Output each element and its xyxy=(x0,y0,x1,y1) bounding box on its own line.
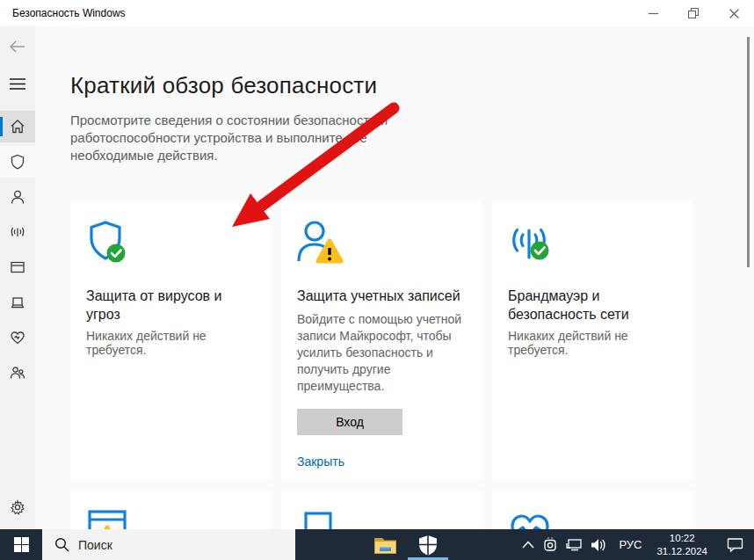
virus-protection-shield-icon xyxy=(86,219,132,266)
restore-icon xyxy=(688,8,699,18)
firewall-wireless-icon xyxy=(10,224,25,240)
sidebar-item-app-browser-control[interactable] xyxy=(0,251,35,283)
taskbar-search-box[interactable] xyxy=(42,529,295,560)
menu-button[interactable] xyxy=(0,72,35,95)
scrollbar-thumb[interactable] xyxy=(747,37,750,267)
app-browser-control-icon xyxy=(86,508,134,529)
window-title: Безопасность Windows xyxy=(0,7,633,19)
device-health-card[interactable] xyxy=(492,491,692,529)
windows-start-icon xyxy=(14,537,29,552)
home-icon xyxy=(10,119,25,135)
main-content: Краткий обзор безопасности Просмотрите с… xyxy=(35,26,754,529)
windows-security-icon xyxy=(418,535,438,556)
ok-check-badge xyxy=(107,244,126,262)
sidebar-item-device-security[interactable] xyxy=(0,287,35,318)
sidebar xyxy=(0,26,35,529)
clock[interactable]: 10:22 31.12.2024 xyxy=(649,532,714,558)
tray-show-hidden-icons[interactable] xyxy=(518,529,539,560)
virus-protection-card[interactable]: Защита от вирусов и угроз Никаких действ… xyxy=(70,201,271,480)
back-arrow-icon xyxy=(10,40,25,53)
close-icon xyxy=(729,9,739,18)
device-security-laptop-icon xyxy=(297,508,344,529)
device-laptop-icon xyxy=(10,295,25,310)
sidebar-item-home[interactable] xyxy=(0,111,35,142)
security-cards-grid: Защита от вирусов и угроз Никаких действ… xyxy=(70,201,754,529)
family-icon xyxy=(10,365,25,381)
minimize-button[interactable] xyxy=(633,0,673,26)
card-title: Защита учетных записей xyxy=(297,287,466,306)
back-button[interactable] xyxy=(0,35,35,58)
hamburger-menu-icon xyxy=(10,78,25,90)
sign-in-button[interactable]: Вход xyxy=(297,409,402,435)
windows-security-window: Безопасность Windows xyxy=(0,0,754,529)
page-description: Просмотрите сведения о состоянии безопас… xyxy=(70,112,424,164)
tray-date: 31.12.2024 xyxy=(656,545,707,558)
action-center-icon xyxy=(727,537,743,552)
taskbar: РУС 10:22 31.12.2024 xyxy=(0,529,754,560)
taskbar-windows-security[interactable] xyxy=(407,529,449,560)
restore-button[interactable] xyxy=(673,0,714,26)
settings-gear-icon xyxy=(10,499,25,515)
action-center-button[interactable] xyxy=(714,529,754,560)
warning-triangle-badge xyxy=(318,241,341,261)
device-security-card[interactable] xyxy=(281,491,482,529)
firewall-card[interactable]: Брандмауэр и безопасность сети Никаких д… xyxy=(492,201,692,480)
sidebar-item-account-protection[interactable] xyxy=(0,181,35,213)
sidebar-item-firewall[interactable] xyxy=(0,216,35,248)
search-icon xyxy=(54,537,69,552)
card-status: Никаких действий не требуется. xyxy=(508,329,677,357)
close-button[interactable] xyxy=(714,0,754,26)
search-input[interactable] xyxy=(78,538,254,552)
volume-icon xyxy=(591,538,606,552)
account-protection-card[interactable]: Защита учетных записей Войдите с помощью… xyxy=(281,201,482,480)
card-title: Защита от вирусов и угроз xyxy=(86,287,255,324)
taskbar-file-explorer[interactable] xyxy=(365,529,407,560)
ok-check-badge xyxy=(531,241,549,259)
chevron-up-icon xyxy=(522,541,534,549)
card-status: Никаких действий не требуется. xyxy=(86,329,255,357)
system-tray: РУС 10:22 31.12.2024 xyxy=(518,529,754,560)
card-description: Войдите с помощью учетной записи Майкрос… xyxy=(297,311,466,395)
tray-network[interactable] xyxy=(562,529,586,560)
minimize-icon xyxy=(649,9,658,18)
sidebar-item-family-options[interactable] xyxy=(0,357,35,389)
tablet-device-icon xyxy=(543,537,557,552)
sidebar-item-virus-protection[interactable] xyxy=(0,146,35,178)
start-button[interactable] xyxy=(0,529,42,560)
card-title: Брандмауэр и безопасность сети xyxy=(508,287,677,324)
dismiss-link[interactable]: Закрыть xyxy=(297,455,344,469)
settings-button[interactable] xyxy=(0,496,35,519)
device-health-heart-icon xyxy=(508,508,555,529)
sidebar-item-device-health[interactable] xyxy=(0,322,35,353)
app-browser-icon xyxy=(10,259,25,275)
window-controls xyxy=(633,0,754,26)
sidebar-nav xyxy=(0,111,35,392)
titlebar: Безопасность Windows xyxy=(0,0,754,26)
tray-tablet-device[interactable] xyxy=(539,529,562,560)
tray-volume[interactable] xyxy=(586,529,611,560)
device-health-icon xyxy=(10,330,25,345)
app-browser-control-card[interactable] xyxy=(70,491,271,529)
account-icon xyxy=(10,189,25,205)
page-title: Краткий обзор безопасности xyxy=(70,72,754,99)
file-explorer-icon xyxy=(374,536,396,554)
language-indicator[interactable]: РУС xyxy=(611,538,649,551)
tray-time: 10:22 xyxy=(656,532,707,545)
ethernet-network-icon xyxy=(566,538,582,552)
firewall-network-icon xyxy=(508,219,554,266)
virus-shield-icon xyxy=(10,154,25,170)
desktop-screen: Безопасность Windows xyxy=(0,0,754,560)
account-person-icon xyxy=(297,219,344,266)
